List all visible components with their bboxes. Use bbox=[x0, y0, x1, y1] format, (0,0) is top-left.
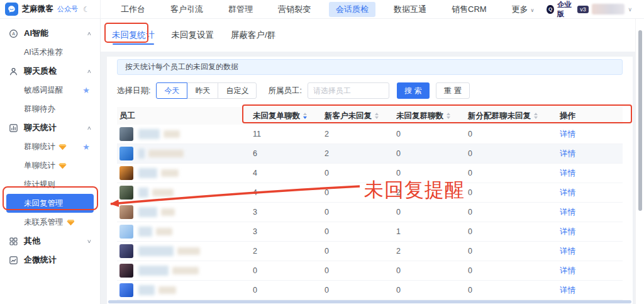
cell-employee bbox=[117, 264, 250, 278]
sort-desc-icon bbox=[303, 116, 307, 119]
nav-item-群管理[interactable]: 群管理 bbox=[221, 2, 260, 17]
employee-avatar bbox=[119, 264, 133, 278]
column-header-新客户未回复[interactable]: 新客户未回复 bbox=[322, 111, 394, 121]
sidebar-item-敏感词提醒[interactable]: 敏感词提醒★ bbox=[0, 81, 100, 99]
sidebar-item-统计规则[interactable]: 统计规则 bbox=[0, 175, 100, 194]
name-blur-block bbox=[161, 169, 179, 177]
employee-select-input[interactable] bbox=[308, 82, 389, 99]
nav-item-会话质检[interactable]: 会话质检 bbox=[329, 2, 375, 17]
detail-link[interactable]: 详情 bbox=[560, 247, 575, 256]
tab-未回复设置[interactable]: 未回复设置 bbox=[172, 19, 214, 52]
sidebar-item-AI话术推荐[interactable]: AI话术推荐 bbox=[0, 43, 100, 62]
name-blur-block bbox=[138, 227, 152, 237]
employee-avatar bbox=[119, 166, 133, 180]
detail-link[interactable]: 详情 bbox=[560, 130, 575, 138]
cell-未回复单聊数: 4 bbox=[250, 169, 322, 177]
cell-新分配群聊未回复: 0 bbox=[465, 149, 557, 158]
sidebar-item-label: 单聊统计 bbox=[24, 160, 55, 171]
detail-link[interactable]: 详情 bbox=[560, 149, 575, 158]
main-nav: 工作台客户引流群管理营销裂变会话质检数据互通销售CRM更多∨ bbox=[101, 0, 547, 18]
dark-mode-icon[interactable]: ☾ bbox=[83, 5, 90, 14]
column-header-label: 未回复单聊数 bbox=[253, 111, 300, 121]
cell-未回复群聊数: 1 bbox=[394, 227, 465, 236]
sort-carets-icon[interactable] bbox=[303, 113, 307, 119]
sidebar-item-未联系管理[interactable]: 未联系管理 bbox=[0, 213, 100, 232]
reset-button[interactable]: 重置 bbox=[436, 82, 470, 99]
vertical-scrollbar-thumb[interactable] bbox=[638, 30, 642, 211]
sidebar-item-未回复管理[interactable]: 未回复管理 bbox=[6, 194, 94, 213]
table-row: 3000详情 bbox=[117, 203, 623, 222]
nav-item-工作台[interactable]: 工作台 bbox=[114, 2, 152, 17]
chevron-up-icon: ∧ bbox=[87, 69, 92, 74]
employee-name-blurred bbox=[138, 207, 175, 217]
name-blur-block bbox=[161, 208, 175, 216]
detail-link[interactable]: 详情 bbox=[560, 188, 575, 197]
cell-未回复群聊数: 0 bbox=[394, 208, 465, 217]
sidebar-item-群聊统计[interactable]: 群聊统计★ bbox=[0, 137, 100, 156]
detail-link[interactable]: 详情 bbox=[560, 286, 575, 295]
bar-chart-icon bbox=[9, 123, 18, 133]
detail-link[interactable]: 详情 bbox=[560, 169, 575, 177]
avatar[interactable] bbox=[592, 4, 625, 14]
favorite-star-icon[interactable]: ★ bbox=[82, 142, 90, 152]
sidebar-section-其他[interactable]: 其他∨ bbox=[0, 232, 100, 251]
cell-employee bbox=[117, 166, 250, 180]
cell-新客户未回复: 0 bbox=[322, 247, 394, 256]
cell-新分配群聊未回复: 0 bbox=[465, 247, 557, 256]
chevron-up-icon: ∧ bbox=[87, 31, 92, 37]
nav-item-客户引流[interactable]: 客户引流 bbox=[164, 2, 210, 17]
cell-未回复群聊数: 2 bbox=[394, 188, 465, 197]
sort-carets-icon[interactable] bbox=[447, 113, 450, 119]
cell-新分配群聊未回复: 0 bbox=[465, 208, 557, 217]
nav-item-更多[interactable]: 更多∨ bbox=[505, 2, 541, 17]
tab-屏蔽客户/群[interactable]: 屏蔽客户/群 bbox=[231, 19, 275, 52]
sidebar-item-单聊统计[interactable]: 单聊统计 bbox=[0, 156, 100, 175]
date-option-昨天[interactable]: 昨天 bbox=[187, 82, 218, 99]
cell-未回复单聊数: 0 bbox=[250, 286, 322, 295]
name-blur-block bbox=[138, 246, 174, 256]
search-button[interactable]: 搜索 bbox=[397, 82, 430, 99]
table-row: 4020详情 bbox=[117, 183, 623, 203]
sidebar-item-label: 未回复管理 bbox=[24, 198, 64, 209]
cell-employee bbox=[117, 127, 250, 141]
gem-badge-icon bbox=[58, 162, 67, 169]
sort-desc-icon bbox=[447, 116, 450, 119]
employee-avatar bbox=[119, 283, 133, 297]
sidebar-section-聊天质检[interactable]: 聊天质检∧ bbox=[0, 62, 100, 81]
employee-avatar bbox=[119, 205, 133, 219]
column-header-未回复单聊数[interactable]: 未回复单聊数 bbox=[250, 111, 322, 121]
name-blur-block bbox=[158, 286, 176, 294]
column-header-label: 新分配群聊未回复 bbox=[468, 111, 531, 121]
nav-item-营销裂变[interactable]: 营销裂变 bbox=[271, 2, 318, 17]
detail-link[interactable]: 详情 bbox=[560, 208, 575, 217]
date-option-今天[interactable]: 今天 bbox=[156, 82, 187, 99]
sidebar-item-群聊待办[interactable]: 群聊待办 bbox=[0, 99, 100, 118]
table-header: 员工未回复单聊数新客户未回复未回复群聊数新分配群聊未回复操作 bbox=[117, 107, 623, 125]
employee-avatar bbox=[119, 127, 133, 141]
sidebar: AAI智能∧AI话术推荐聊天质检∧敏感词提醒★群聊待办聊天统计∧群聊统计★单聊统… bbox=[0, 19, 101, 304]
tab-未回复统计[interactable]: 未回复统计 bbox=[112, 19, 155, 52]
name-blur-block bbox=[164, 130, 180, 138]
date-option-自定义[interactable]: 自定义 bbox=[218, 82, 257, 99]
name-blur-block bbox=[156, 228, 172, 235]
nav-item-数据互通[interactable]: 数据互通 bbox=[387, 2, 433, 17]
chevron-down-icon[interactable]: ∨ bbox=[628, 6, 632, 13]
horizontal-scrollbar-thumb[interactable] bbox=[108, 300, 631, 303]
employee-name-blurred bbox=[138, 246, 200, 256]
sidebar-section-聊天统计[interactable]: 聊天统计∧ bbox=[0, 118, 100, 137]
employee-filter-label: 所属员工: bbox=[268, 86, 301, 96]
column-header-未回复群聊数[interactable]: 未回复群聊数 bbox=[394, 111, 465, 121]
sort-carets-icon[interactable] bbox=[375, 113, 379, 119]
sidebar-section-AI智能[interactable]: AAI智能∧ bbox=[0, 24, 100, 43]
cell-新分配群聊未回复: 0 bbox=[465, 169, 557, 177]
sidebar-section-企微统计[interactable]: 企微统计 bbox=[0, 251, 100, 269]
cell-新客户未回复: 0 bbox=[322, 188, 394, 197]
detail-link[interactable]: 详情 bbox=[560, 266, 575, 275]
nav-item-销售CRM[interactable]: 销售CRM bbox=[445, 2, 494, 17]
detail-link[interactable]: 详情 bbox=[560, 227, 575, 236]
sort-carets-icon[interactable] bbox=[534, 113, 538, 119]
column-header-新分配群聊未回复[interactable]: 新分配群聊未回复 bbox=[465, 111, 557, 121]
cell-未回复群聊数: 0 bbox=[394, 286, 465, 295]
favorite-star-icon[interactable]: ★ bbox=[82, 86, 90, 95]
cell-新分配群聊未回复: 0 bbox=[465, 188, 557, 197]
